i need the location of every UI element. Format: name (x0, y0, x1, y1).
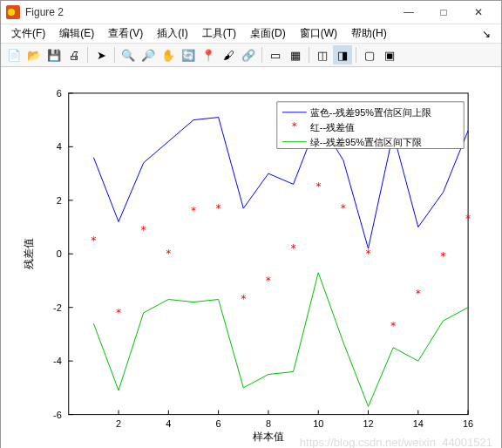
matlab-icon (6, 5, 20, 19)
residual-marker: * (190, 205, 196, 217)
residual-marker: * (340, 202, 346, 214)
x-tick-label: 10 (313, 418, 323, 429)
pan-icon[interactable]: ✋ (159, 45, 178, 64)
y-tick-label: 6 (57, 88, 62, 98)
y-tick-label: 2 (57, 195, 62, 206)
y-tick-label: 0 (57, 248, 62, 259)
menu-file[interactable]: 文件(F) (4, 24, 52, 43)
menu-window[interactable]: 窗口(W) (293, 24, 344, 43)
colorbar-icon[interactable]: ▭ (266, 45, 285, 64)
plot-area: 246810121416-6-4-20246样本值残差值************… (1, 67, 501, 448)
menu-view[interactable]: 查看(V) (101, 24, 150, 43)
minimize-button[interactable]: — (391, 1, 426, 24)
link-icon[interactable]: 🔗 (239, 45, 258, 64)
residual-marker: * (91, 234, 97, 247)
residual-marker: * (415, 288, 421, 300)
menubar: 文件(F) 编辑(E) 查看(V) 插入(I) 工具(T) 桌面(D) 窗口(W… (1, 24, 501, 44)
rotate-icon[interactable]: 🔄 (179, 45, 198, 64)
residual-marker: * (241, 293, 247, 305)
residual-marker: * (115, 307, 121, 319)
series-line (93, 273, 468, 407)
residual-marker: * (465, 213, 471, 225)
separator (87, 47, 88, 63)
zoom-in-icon[interactable]: 🔍 (119, 45, 138, 64)
separator (261, 47, 262, 63)
window-title: Figure 2 (25, 6, 391, 18)
chart-svg: 246810121416-6-4-20246样本值残差值************… (8, 74, 494, 448)
y-axis-label: 残差值 (23, 238, 35, 269)
menu-help[interactable]: 帮助(H) (344, 24, 394, 43)
residual-marker: * (365, 248, 371, 260)
titlebar: Figure 2 — □ ✕ (1, 1, 501, 24)
zoom-out-icon[interactable]: 🔎 (139, 45, 158, 64)
x-tick-label: 8 (266, 418, 271, 429)
figure-window: Figure 2 — □ ✕ 文件(F) 编辑(E) 查看(V) 插入(I) 工… (0, 0, 502, 448)
x-tick-label: 14 (413, 418, 424, 429)
residual-marker: * (440, 250, 446, 262)
toolbar: 📄 📂 💾 🖨 ➤ 🔍 🔎 ✋ 🔄 📍 🖌 🔗 ▭ ▦ ◫ ◨ ▢ ▣ (1, 44, 501, 67)
residual-marker: * (215, 202, 221, 214)
y-tick-label: -6 (53, 410, 62, 420)
hide-tools-icon[interactable]: ▢ (360, 45, 379, 64)
open-icon[interactable]: 📂 (24, 45, 44, 64)
y-tick-label: -2 (53, 302, 62, 313)
legend-label-upper: 蓝色--残差95%置信区间上限 (310, 107, 431, 118)
layout-1-icon[interactable]: ◫ (313, 45, 332, 64)
menu-insert[interactable]: 插入(I) (150, 24, 194, 43)
x-tick-label: 2 (116, 418, 121, 429)
new-figure-icon[interactable]: 📄 (4, 45, 24, 64)
residual-marker: * (290, 242, 296, 255)
menu-tools[interactable]: 工具(T) (195, 24, 243, 43)
maximize-button[interactable]: □ (426, 1, 461, 24)
legend-label-resid: 红--残差值 (310, 122, 355, 132)
legend-marker-resid: * (291, 120, 297, 132)
separator (356, 47, 356, 63)
print-icon[interactable]: 🖨 (64, 45, 84, 64)
legend-icon[interactable]: ▦ (286, 45, 305, 64)
save-icon[interactable]: 💾 (44, 45, 64, 64)
x-axis-label: 样本值 (253, 431, 284, 443)
residual-marker: * (315, 180, 322, 193)
pointer-icon[interactable]: ➤ (92, 45, 111, 64)
menu-desktop[interactable]: 桌面(D) (243, 24, 293, 43)
data-cursor-icon[interactable]: 📍 (199, 45, 218, 64)
close-button[interactable]: ✕ (461, 1, 496, 24)
x-tick-label: 12 (363, 418, 373, 429)
separator (114, 47, 115, 63)
brush-icon[interactable]: 🖌 (219, 45, 238, 64)
layout-2-icon[interactable]: ◨ (333, 45, 352, 64)
legend-label-lower: 绿--残差95%置信区间下限 (310, 137, 422, 147)
dock-button[interactable]: ↘ (475, 26, 498, 42)
separator (309, 47, 309, 63)
residual-marker: * (166, 248, 172, 260)
residual-marker: * (140, 224, 146, 236)
x-tick-label: 6 (216, 418, 221, 429)
x-tick-label: 16 (463, 418, 473, 429)
y-tick-label: 4 (57, 141, 62, 152)
menu-edit[interactable]: 编辑(E) (52, 24, 101, 43)
show-tools-icon[interactable]: ▣ (380, 45, 399, 64)
y-tick-label: -4 (53, 356, 62, 366)
residual-marker: * (390, 320, 397, 332)
x-tick-label: 4 (166, 418, 171, 429)
residual-marker: * (265, 275, 271, 287)
